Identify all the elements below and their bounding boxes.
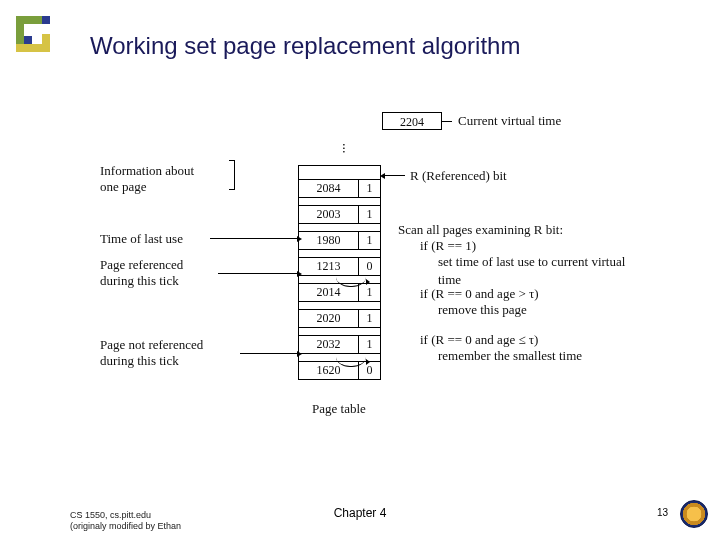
- algo-if-r0-age-gt-action: remove this page: [438, 301, 527, 319]
- arrow-right-icon: [240, 353, 298, 354]
- corner-logo: [16, 16, 60, 60]
- table-row: 20841: [299, 180, 381, 198]
- table-row: [299, 250, 381, 258]
- algo-scan: Scan all pages examining R bit:: [398, 221, 563, 239]
- algo-if-r0-age-gt: if (R == 0 and age > τ): [420, 285, 539, 303]
- footer-chapter: Chapter 4: [0, 506, 720, 520]
- arrow-left-icon: [385, 175, 405, 176]
- arrowhead-icon: [366, 359, 370, 365]
- algo-if-r0-age-le-action: remember the smallest time: [438, 347, 582, 365]
- table-row: 19801: [299, 232, 381, 250]
- arrowhead-icon: [366, 279, 370, 285]
- slide-title: Working set page replacement algorithm: [90, 32, 520, 60]
- diagram-area: 2204 Current virtual time ··· 20841 2003…: [80, 95, 640, 450]
- table-row: [299, 224, 381, 232]
- footer-credit: (originaly modified by Ethan: [70, 521, 181, 532]
- arrow-right-icon: [218, 273, 298, 274]
- table-row: 20141: [299, 284, 381, 302]
- university-seal-icon: [680, 500, 708, 528]
- table-row: [299, 198, 381, 206]
- brace-icon: [225, 160, 235, 190]
- table-row: 20201: [299, 310, 381, 328]
- current-virtual-time-box: 2204: [382, 112, 442, 130]
- label-info-about-page: Information about one page: [100, 163, 194, 194]
- table-row: [299, 302, 381, 310]
- current-virtual-time-label: Current virtual time: [458, 113, 561, 129]
- label-time-of-last-use: Time of last use: [100, 231, 183, 247]
- label-page-not-referenced: Page not referenced during this tick: [100, 337, 203, 368]
- algo-if-r1: if (R == 1): [420, 237, 476, 255]
- footer-page-number: 13: [657, 507, 668, 518]
- table-row: 20321: [299, 336, 381, 354]
- page-table-caption: Page table: [312, 401, 366, 417]
- arrow-right-icon: [210, 238, 298, 239]
- vertical-ellipsis-icon: ···: [335, 143, 351, 154]
- table-row: 20031: [299, 206, 381, 224]
- label-page-referenced: Page referenced during this tick: [100, 257, 183, 288]
- algo-if-r1-action: set time of last use to current virtual …: [438, 253, 640, 288]
- table-row: [299, 328, 381, 336]
- algo-if-r0-age-le: if (R == 0 and age ≤ τ): [420, 331, 538, 349]
- table-row: [299, 166, 381, 180]
- label-r-bit: R (Referenced) bit: [410, 167, 507, 185]
